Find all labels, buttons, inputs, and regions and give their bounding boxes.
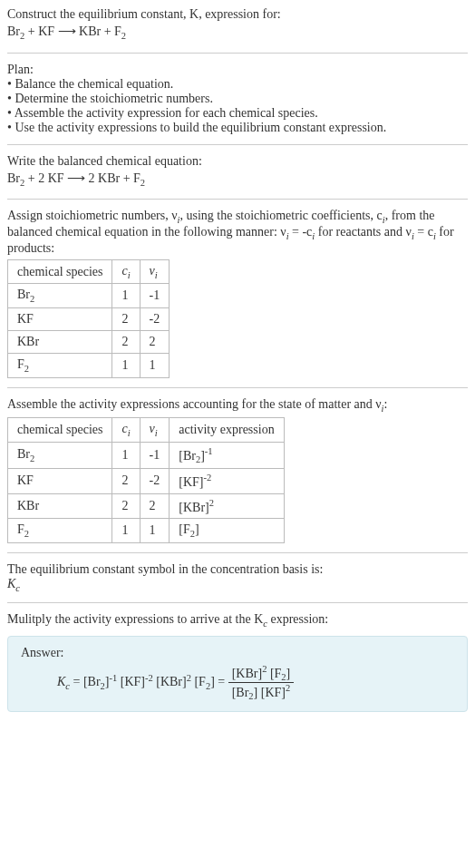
table-row: Br2 1 -1 [8, 284, 170, 308]
table-row: KBr 2 2 [8, 331, 170, 354]
cell-v: -2 [140, 469, 170, 494]
balanced-section: Write the balanced chemical equation: Br… [7, 154, 468, 190]
assign-text: Assign stoichiometric numbers, νi, using… [7, 209, 468, 256]
sp-sub: 2 [30, 454, 34, 463]
symbol-kc: Kc [7, 577, 468, 593]
col-c: ci [112, 259, 140, 284]
text-part: expression: [267, 612, 328, 626]
multiply-section: Mulitply the activity expressions to arr… [7, 612, 468, 629]
text-part: : [384, 397, 388, 411]
subscript-2: 2 [121, 31, 126, 41]
num-part: [KBr] [232, 666, 262, 679]
table-header-row: chemical species ci νi [8, 259, 170, 284]
cell-c: 1 [112, 354, 140, 378]
eq-part: ] = [210, 675, 228, 688]
activity-text: Assemble the activity expressions accoun… [7, 397, 468, 414]
denominator: [Br2] [KF]2 [228, 683, 295, 701]
exp: -2 [145, 672, 153, 682]
k-sub: c [15, 583, 20, 593]
cell-species: KBr [8, 331, 112, 354]
num-part: ] [286, 666, 291, 679]
eq-part: [F [191, 675, 206, 688]
col-c: ci [112, 417, 140, 442]
den-part: [Br [232, 686, 249, 699]
eq-part: = [Br [70, 675, 101, 688]
text-part: = -c [289, 225, 313, 239]
den-part: ] [KF] [254, 686, 286, 699]
act: [F [179, 522, 189, 536]
table-row: KF 2 -2 [KF]-2 [8, 469, 285, 494]
cell-species: F2 [8, 519, 112, 543]
activity-section: Assemble the activity expressions accoun… [7, 397, 468, 543]
act-exp: 2 [209, 498, 214, 508]
multiply-text: Mulitply the activity expressions to arr… [7, 612, 468, 629]
cell-v: 2 [140, 331, 170, 354]
cell-species: KF [8, 469, 112, 494]
table-row: KBr 2 2 [KBr]2 [8, 493, 285, 519]
plan-header: Plan: [7, 63, 468, 77]
cell-c: 2 [112, 331, 140, 354]
text-part: , using the stoichiometric coefficients,… [179, 209, 382, 222]
plan-bullet: • Use the activity expressions to build … [7, 121, 468, 135]
answer-label: Answer: [21, 646, 454, 660]
answer-equation: Kc = [Br2]-1 [KF]-2 [KBr]2 [F2] = [KBr]2… [21, 664, 454, 702]
subscript-i: i [155, 428, 158, 438]
plan-section: Plan: • Balance the chemical equation. •… [7, 63, 468, 135]
sp: Br [17, 288, 30, 301]
table-row: Br2 1 -1 [Br2]-1 [8, 442, 285, 468]
k-sym: K [7, 577, 15, 590]
subscript-i: i [128, 269, 131, 279]
subscript-i: i [128, 428, 131, 438]
cell-c: 2 [112, 469, 140, 494]
act: [KBr] [179, 500, 208, 513]
intro-section: Construct the equilibrium constant, K, e… [7, 7, 468, 44]
text-part: = c [414, 225, 433, 239]
sp: F [17, 522, 24, 536]
text-part: Assign stoichiometric numbers, ν [7, 209, 178, 222]
assign-section: Assign stoichiometric numbers, νi, using… [7, 209, 468, 378]
activity-table: chemical species ci νi activity expressi… [7, 417, 285, 543]
eq-part: + 2 KF ⟶ 2 KBr + F [24, 171, 141, 185]
sp: F [17, 357, 24, 371]
col-species: chemical species [8, 417, 112, 442]
cell-v: 1 [140, 519, 170, 543]
eq-part: + KF ⟶ KBr + F [24, 24, 121, 38]
plan-bullet: • Balance the chemical equation. [7, 77, 468, 92]
cell-v: -1 [140, 284, 170, 308]
subscript-i: i [155, 269, 158, 279]
symbol-text: The equilibrium constant symbol in the c… [7, 562, 468, 577]
cell-c: 2 [112, 493, 140, 519]
answer-box: Answer: Kc = [Br2]-1 [KF]-2 [KBr]2 [F2] … [7, 636, 468, 712]
sp-sub: 2 [24, 529, 29, 539]
text-part: Assemble the activity expressions accoun… [7, 397, 382, 411]
cell-activity: [KF]-2 [170, 469, 284, 494]
fraction: [KBr]2 [F2] [Br2] [KF]2 [228, 664, 295, 702]
act: [KF] [179, 475, 203, 489]
cell-c: 2 [112, 308, 140, 331]
cell-species: Br2 [8, 284, 112, 308]
col-species: chemical species [8, 259, 112, 284]
sp-sub: 2 [30, 294, 34, 304]
balanced-header: Write the balanced chemical equation: [7, 154, 468, 169]
cell-v: -2 [140, 308, 170, 331]
cell-v: 2 [140, 493, 170, 519]
sp: Br [17, 447, 30, 461]
act: [Br [179, 448, 196, 462]
cell-species: KF [8, 308, 112, 331]
sp-sub: 2 [24, 364, 29, 374]
act-close: ] [195, 522, 199, 536]
cell-c: 1 [112, 284, 140, 308]
cell-activity: [F2] [170, 519, 284, 543]
symbol-section: The equilibrium constant symbol in the c… [7, 562, 468, 593]
balanced-equation: Br2 + 2 KF ⟶ 2 KBr + F2 [7, 169, 468, 190]
exp: -1 [110, 672, 118, 682]
col-v: νi [140, 259, 170, 284]
stoich-table: chemical species ci νi Br2 1 -1 KF 2 -2 … [7, 259, 170, 378]
table-row: F2 1 1 [F2] [8, 519, 285, 543]
cell-c: 1 [112, 519, 140, 543]
num-part: [F [267, 666, 281, 679]
cell-v: -1 [140, 442, 170, 468]
eq-part: [KF] [117, 675, 145, 688]
table-header-row: chemical species ci νi activity expressi… [8, 417, 285, 442]
eq-part: Br [7, 24, 20, 38]
